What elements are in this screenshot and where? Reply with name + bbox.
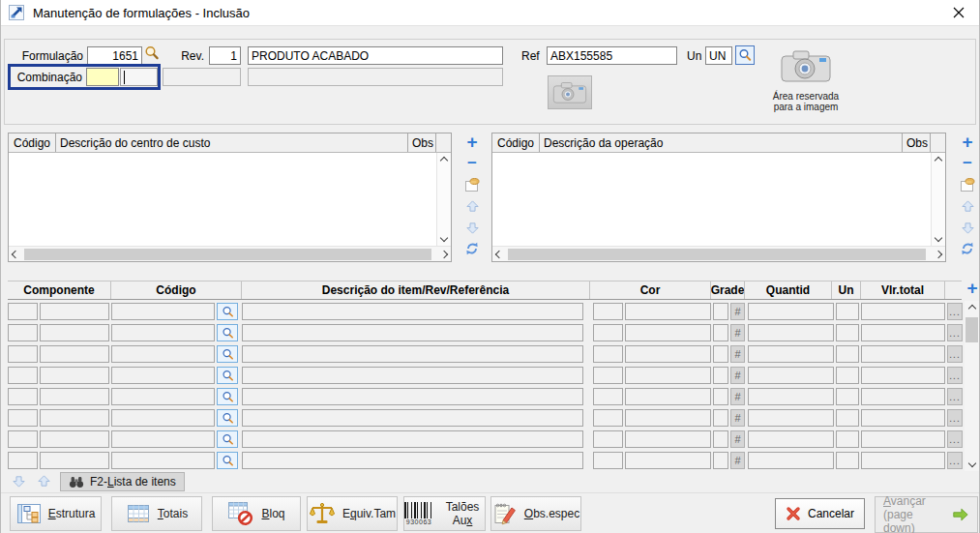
quantid-cell[interactable] — [748, 388, 834, 405]
grade-hash-button[interactable]: # — [730, 345, 745, 363]
row-more-button[interactable]: ... — [947, 324, 963, 341]
scroll-down-icon[interactable] — [967, 459, 975, 467]
scroll-left-icon[interactable] — [495, 250, 503, 257]
scroll-right-icon[interactable] — [440, 250, 448, 257]
componente-cell[interactable] — [40, 388, 109, 405]
combinacao-code-field[interactable] — [86, 68, 119, 86]
equiv-tam-button[interactable]: Equiv.Tam — [307, 496, 398, 531]
codigo-cell[interactable] — [111, 430, 215, 448]
remove-button[interactable]: − — [958, 156, 977, 171]
cor-code-cell[interactable] — [593, 388, 623, 405]
add-button[interactable]: + — [462, 134, 482, 150]
descricao-item-cell[interactable] — [242, 367, 583, 384]
move-item-down-button[interactable] — [12, 474, 26, 491]
ref-field[interactable]: ABX155585 — [547, 46, 677, 65]
grade-cell[interactable] — [713, 324, 728, 341]
grade-hash-button[interactable]: # — [730, 409, 745, 427]
item-search-button[interactable] — [217, 430, 238, 448]
totais-button[interactable]: Totais — [111, 496, 202, 531]
grade-cell[interactable] — [713, 409, 728, 427]
un-cell[interactable] — [836, 388, 859, 405]
edit-obs-button[interactable] — [958, 177, 977, 192]
descricao-item-cell[interactable] — [242, 324, 583, 341]
cor-code-cell[interactable] — [593, 367, 623, 384]
grade-cell[interactable] — [713, 367, 728, 384]
row-more-button[interactable]: ... — [947, 430, 963, 448]
refresh-button[interactable] — [958, 241, 977, 256]
quantid-cell[interactable] — [748, 430, 834, 448]
scroll-left-icon[interactable] — [12, 250, 19, 257]
componente-cell[interactable] — [40, 345, 109, 363]
scrollbar-thumb[interactable] — [965, 317, 978, 342]
un-cell[interactable] — [836, 324, 859, 341]
componente-cell[interactable] — [40, 367, 109, 384]
codigo-cell[interactable] — [111, 324, 215, 341]
componente-seq-cell[interactable] — [8, 367, 38, 384]
obs-espec-button[interactable]: Obs.espec — [490, 496, 581, 531]
add-button[interactable]: + — [958, 134, 977, 150]
vlrtotal-cell[interactable] — [861, 303, 945, 320]
column-header[interactable]: Cor — [590, 281, 711, 299]
bloq-button[interactable]: Bloq — [212, 496, 301, 531]
refresh-button[interactable] — [462, 241, 482, 256]
item-search-button[interactable] — [217, 452, 238, 469]
cor-desc-cell[interactable] — [625, 409, 711, 427]
quantid-cell[interactable] — [748, 367, 834, 384]
move-item-up-button[interactable] — [37, 474, 51, 491]
column-header[interactable]: Grade — [711, 281, 745, 299]
cor-code-cell[interactable] — [593, 345, 623, 363]
codigo-cell[interactable] — [111, 388, 215, 405]
vlrtotal-cell[interactable] — [861, 409, 945, 427]
descricao-item-cell[interactable] — [242, 303, 583, 320]
move-down-button[interactable] — [958, 220, 977, 235]
column-header[interactable]: Componente — [8, 281, 111, 299]
descricao-item-cell[interactable] — [242, 409, 583, 427]
cor-desc-cell[interactable] — [625, 430, 711, 448]
row-more-button[interactable]: ... — [947, 345, 963, 363]
formulacao-search-icon[interactable] — [144, 45, 160, 61]
scroll-down-icon[interactable] — [440, 234, 448, 242]
combinacao-desc-field[interactable] — [120, 68, 158, 86]
cor-code-cell[interactable] — [593, 452, 623, 469]
un-field[interactable]: UN — [705, 46, 732, 65]
image-placeholder-area[interactable]: Área reservada para a imagem — [753, 46, 859, 116]
column-header[interactable]: Obs — [408, 133, 436, 152]
column-header[interactable]: Código — [9, 133, 56, 152]
descricao-item-cell[interactable] — [242, 388, 583, 405]
codigo-cell[interactable] — [111, 345, 215, 363]
grade-cell[interactable] — [713, 430, 728, 448]
edit-obs-button[interactable] — [462, 177, 482, 192]
cor-code-cell[interactable] — [593, 324, 623, 341]
cor-desc-cell[interactable] — [625, 367, 711, 384]
vlrtotal-cell[interactable] — [861, 345, 945, 363]
grade-cell[interactable] — [713, 452, 728, 469]
scroll-up-icon[interactable] — [440, 157, 448, 164]
componente-cell[interactable] — [40, 452, 109, 469]
cor-desc-cell[interactable] — [625, 324, 711, 341]
add-item-button[interactable]: + — [965, 281, 980, 298]
items-grid-scrollbar[interactable] — [965, 301, 979, 471]
vlrtotal-cell[interactable] — [861, 430, 945, 448]
grade-cell[interactable] — [713, 345, 728, 363]
column-header[interactable]: Quantid — [745, 281, 832, 299]
componente-cell[interactable] — [40, 409, 109, 427]
scroll-up-icon[interactable] — [935, 157, 942, 164]
scrollbar-thumb[interactable] — [24, 249, 431, 260]
scrollbar-thumb[interactable] — [508, 249, 926, 260]
descricao-field[interactable]: PRODUTO ACABADO — [248, 46, 503, 65]
column-header[interactable]: Obs — [903, 133, 931, 152]
componente-seq-cell[interactable] — [8, 303, 38, 320]
estrutura-button[interactable]: Estrutura — [10, 496, 102, 531]
vlrtotal-cell[interactable] — [861, 388, 945, 405]
item-search-button[interactable] — [217, 303, 238, 320]
column-header[interactable]: Código — [492, 133, 540, 152]
remove-button[interactable]: − — [462, 156, 482, 171]
un-cell[interactable] — [836, 430, 859, 448]
componente-cell[interactable] — [40, 324, 109, 341]
cor-desc-cell[interactable] — [625, 303, 711, 320]
un-cell[interactable] — [836, 452, 859, 469]
componente-cell[interactable] — [40, 303, 109, 320]
column-header[interactable]: Vlr.total — [861, 281, 945, 299]
componente-seq-cell[interactable] — [8, 452, 38, 469]
column-header[interactable]: Descrição do centro de custo — [56, 133, 408, 152]
